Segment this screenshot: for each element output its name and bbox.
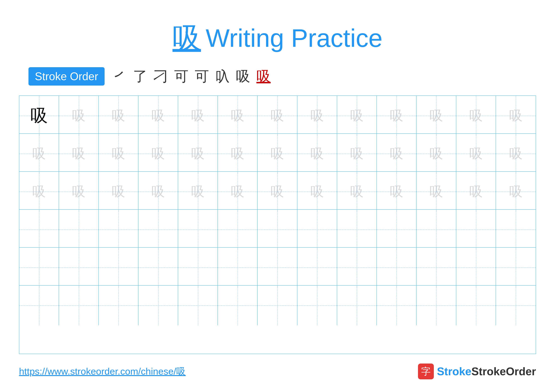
- grid-cell-r5c13[interactable]: [496, 248, 536, 287]
- grid-cell-r1c5[interactable]: 吸: [178, 96, 218, 135]
- grid-cell-r6c3[interactable]: [99, 285, 139, 325]
- grid-cell-r2c10[interactable]: 吸: [377, 134, 416, 173]
- grid-cell-r3c3[interactable]: 吸: [99, 172, 139, 211]
- grid-cell-r1c4[interactable]: 吸: [139, 96, 178, 135]
- grid-cell-r6c12[interactable]: [456, 285, 496, 325]
- grid-cell-r2c13[interactable]: 吸: [496, 134, 536, 173]
- grid-cell-r2c3[interactable]: 吸: [99, 134, 139, 173]
- ghost-char: 吸: [390, 107, 403, 125]
- grid-cell-r4c12[interactable]: [456, 210, 496, 249]
- grid-cell-r3c9[interactable]: 吸: [337, 172, 377, 211]
- grid-cell-r4c8[interactable]: [297, 210, 337, 249]
- grid-cell-r4c2[interactable]: [59, 210, 99, 249]
- grid-row-5: [19, 248, 536, 285]
- grid-cell-r3c1[interactable]: 吸: [19, 172, 59, 211]
- footer-logo: 字 StrokeStrokeOrderStrokeOrder: [418, 363, 536, 379]
- ghost-char: 吸: [469, 144, 483, 163]
- ghost-char: 吸: [469, 107, 483, 125]
- grid-cell-r4c13[interactable]: [496, 210, 536, 249]
- grid-cell-r2c7[interactable]: 吸: [258, 134, 297, 173]
- ghost-char: 吸: [310, 144, 324, 163]
- grid-cell-r3c5[interactable]: 吸: [178, 172, 218, 211]
- grid-cell-r1c12[interactable]: 吸: [456, 96, 496, 135]
- grid-cell-r2c5[interactable]: 吸: [178, 134, 218, 173]
- ghost-char: 吸: [350, 107, 364, 125]
- page-title: Writing Practice: [206, 24, 382, 53]
- grid-cell-r4c1[interactable]: [19, 210, 59, 249]
- light-char: 吸: [32, 183, 46, 201]
- grid-cell-r4c5[interactable]: [178, 210, 218, 249]
- footer-url[interactable]: https://www.strokeorder.com/chinese/吸: [19, 365, 186, 378]
- grid-cell-r3c2[interactable]: 吸: [59, 172, 99, 211]
- grid-cell-r4c10[interactable]: [377, 210, 416, 249]
- grid-cell-r6c7[interactable]: [258, 285, 297, 325]
- ghost-char: 吸: [231, 107, 244, 125]
- grid-cell-r3c13[interactable]: 吸: [496, 172, 536, 211]
- grid-row-1: 吸 吸 吸 吸 吸 吸 吸 吸 吸 吸 吸 吸 吸: [19, 96, 536, 134]
- light-char: 吸: [390, 183, 403, 201]
- grid-cell-r5c10[interactable]: [377, 248, 416, 287]
- grid-cell-r4c7[interactable]: [258, 210, 297, 249]
- grid-cell-r2c9[interactable]: 吸: [337, 134, 377, 173]
- light-char: 吸: [430, 183, 443, 201]
- grid-cell-r1c2[interactable]: 吸: [59, 96, 99, 135]
- grid-cell-r5c6[interactable]: [218, 248, 258, 287]
- page: 吸 Writing Practice Stroke Order ㇒ 了 刁 可 …: [0, 0, 555, 392]
- grid-cell-r6c4[interactable]: [139, 285, 178, 325]
- grid-cell-ref[interactable]: 吸: [19, 96, 59, 135]
- grid-cell-r1c6[interactable]: 吸: [218, 96, 258, 135]
- grid-cell-r2c4[interactable]: 吸: [139, 134, 178, 173]
- grid-cell-r4c9[interactable]: [337, 210, 377, 249]
- grid-cell-r3c6[interactable]: 吸: [218, 172, 258, 211]
- grid-cell-r2c6[interactable]: 吸: [218, 134, 258, 173]
- grid-cell-r5c12[interactable]: [456, 248, 496, 287]
- ghost-char: 吸: [509, 144, 523, 163]
- grid-cell-r5c4[interactable]: [139, 248, 178, 287]
- ghost-char: 吸: [112, 107, 125, 125]
- grid-cell-r6c11[interactable]: [416, 285, 456, 325]
- light-char: 吸: [350, 183, 364, 201]
- grid-cell-r3c11[interactable]: 吸: [416, 172, 456, 211]
- ghost-char: 吸: [151, 144, 165, 163]
- grid-cell-r1c7[interactable]: 吸: [258, 96, 297, 135]
- grid-cell-r2c2[interactable]: 吸: [59, 134, 99, 173]
- grid-cell-r1c13[interactable]: 吸: [496, 96, 536, 135]
- grid-cell-r6c9[interactable]: [337, 285, 377, 325]
- grid-cell-r4c3[interactable]: [99, 210, 139, 249]
- grid-cell-r1c8[interactable]: 吸: [297, 96, 337, 135]
- grid-cell-r5c7[interactable]: [258, 248, 297, 287]
- grid-cell-r6c1[interactable]: [19, 285, 59, 325]
- grid-cell-r2c1[interactable]: 吸: [19, 134, 59, 173]
- grid-cell-r5c5[interactable]: [178, 248, 218, 287]
- grid-cell-r1c3[interactable]: 吸: [99, 96, 139, 135]
- grid-cell-r4c6[interactable]: [218, 210, 258, 249]
- grid-cell-r3c10[interactable]: 吸: [377, 172, 416, 211]
- grid-cell-r6c13[interactable]: [496, 285, 536, 325]
- grid-cell-r1c10[interactable]: 吸: [377, 96, 416, 135]
- grid-cell-r3c7[interactable]: 吸: [258, 172, 297, 211]
- grid-cell-r3c4[interactable]: 吸: [139, 172, 178, 211]
- grid-cell-r5c11[interactable]: [416, 248, 456, 287]
- grid-cell-r2c12[interactable]: 吸: [456, 134, 496, 173]
- grid-cell-r6c10[interactable]: [377, 285, 416, 325]
- grid-cell-r5c9[interactable]: [337, 248, 377, 287]
- ghost-char: 吸: [270, 144, 284, 163]
- grid-cell-r3c8[interactable]: 吸: [297, 172, 337, 211]
- grid-cell-r1c9[interactable]: 吸: [337, 96, 377, 135]
- grid-cell-r2c11[interactable]: 吸: [416, 134, 456, 173]
- grid-cell-r6c2[interactable]: [59, 285, 99, 325]
- grid-cell-r4c11[interactable]: [416, 210, 456, 249]
- grid-cell-r5c8[interactable]: [297, 248, 337, 287]
- grid-cell-r6c5[interactable]: [178, 285, 218, 325]
- grid-cell-r5c1[interactable]: [19, 248, 59, 287]
- light-char: 吸: [151, 183, 165, 201]
- grid-cell-r5c2[interactable]: [59, 248, 99, 287]
- grid-cell-r2c8[interactable]: 吸: [297, 134, 337, 173]
- stroke-order-badge: Stroke Order: [29, 67, 105, 86]
- grid-cell-r4c4[interactable]: [139, 210, 178, 249]
- grid-cell-r6c8[interactable]: [297, 285, 337, 325]
- grid-cell-r3c12[interactable]: 吸: [456, 172, 496, 211]
- grid-cell-r6c6[interactable]: [218, 285, 258, 325]
- grid-cell-r1c11[interactable]: 吸: [416, 96, 456, 135]
- grid-cell-r5c3[interactable]: [99, 248, 139, 287]
